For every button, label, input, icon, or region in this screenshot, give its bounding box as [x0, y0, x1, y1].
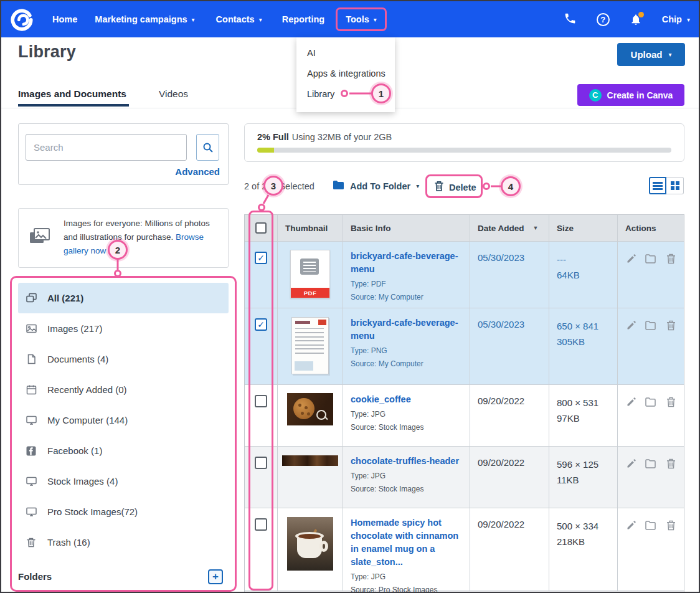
file-type: Type: JPG — [351, 409, 462, 420]
sidebar-item-documents[interactable]: Documents (4) — [18, 344, 229, 374]
storage-percent: 2% Full — [257, 132, 289, 142]
sort-desc-icon: ▼ — [533, 225, 539, 231]
col-header-thumbnail: Thumbnail — [278, 215, 343, 241]
menu-art — [295, 361, 313, 371]
file-thumbnail[interactable] — [287, 393, 333, 425]
sidebar-item-my-computer[interactable]: My Computer (144) — [18, 405, 229, 435]
file-name-link[interactable]: cookie_coffee — [351, 393, 462, 406]
add-to-folder-button[interactable]: Add To Folder ▾ — [333, 180, 419, 192]
file-type: Type: PDF — [351, 279, 462, 290]
nav-item-contacts[interactable]: Contacts ▾ — [216, 14, 262, 24]
nav-item-home[interactable]: Home — [52, 14, 77, 24]
table-row: cookie_coffee Type: JPG Source: Stock Im… — [245, 385, 684, 447]
tab-images-and-documents[interactable]: Images and Documents — [18, 88, 126, 100]
sidebar-item-all[interactable]: All (221) — [18, 283, 229, 313]
library-folder-list: All (221) Images (217) Documents (4) Rec… — [18, 283, 229, 557]
file-thumbnail[interactable] — [287, 517, 333, 571]
folder-label: Trash (16) — [47, 537, 90, 548]
move-to-folder-icon[interactable] — [645, 253, 656, 264]
edit-icon[interactable] — [625, 519, 636, 531]
file-name-link[interactable]: brickyard-cafe-beverage-menu — [351, 250, 462, 276]
phone-icon[interactable] — [564, 12, 577, 27]
edit-icon[interactable] — [625, 253, 636, 264]
date-added: 09/20/2022 — [470, 385, 549, 446]
upload-label: Upload — [631, 49, 663, 60]
sidebar-item-stock-images[interactable]: Stock Images (4) — [18, 466, 229, 496]
add-folder-button[interactable]: + — [208, 569, 223, 584]
col-header-basic-info: Basic Info — [343, 215, 470, 241]
menu-item-ai[interactable]: AI — [296, 43, 395, 64]
row-checkbox[interactable] — [255, 395, 267, 407]
nav-right-cluster: ? Chip ▾ — [564, 1, 690, 37]
delete-icon[interactable] — [665, 519, 676, 531]
edit-icon[interactable] — [625, 320, 636, 331]
menu-item-apps-integrations[interactable]: Apps & integrations — [296, 64, 395, 84]
row-checkbox[interactable] — [255, 457, 267, 469]
file-dimensions: 650 × 841 — [557, 319, 617, 334]
sidebar-item-images[interactable]: Images (217) — [18, 313, 229, 344]
delete-icon[interactable] — [665, 320, 676, 331]
menu-art — [295, 328, 324, 356]
col-header-date-added[interactable]: Date Added ▼ — [470, 215, 549, 241]
tab-videos[interactable]: Videos — [159, 88, 188, 100]
row-checkbox[interactable] — [255, 518, 267, 531]
date-added: 09/20/2022 — [470, 508, 549, 591]
nav-label: Marketing campaigns — [95, 14, 187, 24]
storage-progress-fill — [257, 148, 274, 153]
move-to-folder-icon[interactable] — [645, 396, 656, 407]
folder-label: Stock Images (4) — [47, 476, 118, 486]
delete-icon[interactable] — [665, 396, 676, 407]
monitor-icon — [25, 506, 37, 518]
search-input[interactable] — [26, 134, 187, 161]
monitor-icon — [25, 475, 37, 488]
help-icon[interactable]: ? — [597, 13, 610, 26]
grid-view-button[interactable] — [666, 177, 684, 194]
nav-item-tools[interactable]: Tools ▾ — [336, 7, 387, 31]
delete-icon[interactable] — [665, 458, 676, 469]
trash-icon — [434, 181, 444, 194]
file-thumbnail[interactable]: PDF — [290, 250, 330, 298]
notifications-bell-icon[interactable] — [630, 13, 642, 26]
edit-icon[interactable] — [625, 458, 636, 469]
sidebar-item-facebook[interactable]: Facebook (1) — [18, 435, 229, 466]
constant-contact-logo-icon[interactable] — [10, 7, 34, 31]
sidebar-item-trash[interactable]: Trash (16) — [18, 527, 229, 557]
row-checkbox[interactable] — [255, 318, 267, 331]
trash-icon — [25, 536, 37, 549]
delete-button[interactable]: Delete — [434, 181, 476, 194]
select-all-checkbox[interactable] — [255, 222, 267, 234]
list-view-button[interactable] — [649, 177, 666, 194]
file-name-link[interactable]: brickyard-cafe-beverage-menu — [351, 316, 462, 343]
file-thumbnail[interactable] — [291, 317, 329, 374]
file-dimensions: 500 × 334 — [557, 519, 617, 534]
account-menu[interactable]: Chip ▾ — [662, 14, 690, 24]
file-name-link[interactable]: Homemade spicy hot chocolate with cinnam… — [351, 516, 462, 569]
move-to-folder-icon[interactable] — [645, 458, 656, 469]
folder-label: My Computer (144) — [47, 415, 128, 425]
advanced-search-link[interactable]: Advanced — [175, 166, 220, 177]
col-header-label: Date Added — [478, 224, 524, 233]
file-size: 97KB — [557, 411, 617, 427]
move-to-folder-icon[interactable] — [645, 519, 656, 531]
move-to-folder-icon[interactable] — [645, 320, 656, 331]
nav-item-marketing-campaigns[interactable]: Marketing campaigns ▾ — [95, 14, 194, 24]
row-checkbox[interactable] — [255, 252, 267, 264]
callout-4: 4 — [501, 176, 521, 196]
edit-icon[interactable] — [625, 396, 636, 407]
create-in-canva-button[interactable]: C Create in Canva — [577, 84, 684, 106]
cocoa-art — [319, 541, 328, 552]
file-thumbnail[interactable] — [282, 455, 338, 466]
library-page: Home Marketing campaigns ▾ Contacts ▾ Re… — [0, 0, 700, 593]
upload-button[interactable]: Upload ▾ — [617, 43, 685, 66]
sidebar-item-pro-stock-images[interactable]: Pro Stock Images(72) — [18, 496, 229, 527]
storage-usage-text: 2% FullUsing 32MB of your 2GB — [257, 132, 392, 142]
search-button[interactable] — [196, 134, 219, 161]
folder-label: Documents (4) — [47, 354, 108, 364]
sidebar-item-recently-added[interactable]: Recently Added (0) — [18, 374, 229, 405]
delete-icon[interactable] — [665, 253, 676, 264]
nav-item-reporting[interactable]: Reporting — [282, 14, 324, 24]
file-name-link[interactable]: chocolate-truffles-header — [351, 455, 462, 468]
grid-view-icon — [671, 181, 674, 185]
file-source: Source: My Computer — [351, 292, 462, 303]
file-size: 305KB — [557, 334, 617, 350]
